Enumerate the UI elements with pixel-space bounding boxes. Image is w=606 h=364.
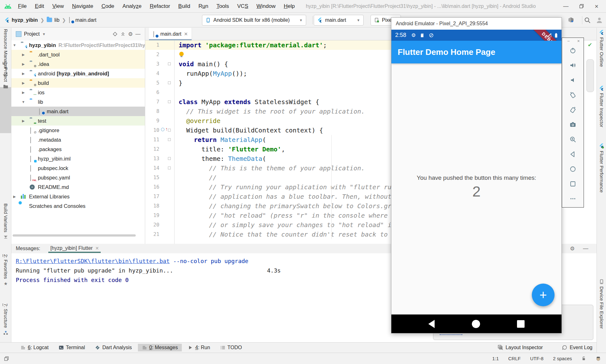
sidebar-item-device-file-explorer[interactable]: Device File Explorer [597,279,606,329]
collapse-all-icon[interactable] [120,32,126,37]
menu-help[interactable]: Help [280,2,299,11]
chevron-collapsed-icon[interactable]: ▶ [21,91,25,95]
toolwindow-tab-4-run[interactable]: 4: Run [184,344,214,351]
tree-row-pubspec-lock[interactable]: pubspec.lock [11,163,145,173]
toolwindow-tab-6-logcat[interactable]: 6: Logcat [16,344,53,351]
hide-panel-icon[interactable]: — [583,245,588,252]
gear-icon[interactable]: ⚙ [128,31,133,38]
close-button[interactable]: × [595,3,598,9]
sdk-manager-icon[interactable] [567,17,574,24]
tree-row-hyzp-yibin[interactable]: ▼hyzp_yibinR:\FlutterProject\FlutterProj… [11,40,145,50]
menu-tools[interactable]: Tools [212,2,233,11]
unlock-icon[interactable] [581,356,586,361]
emulator-volume-up-icon[interactable] [569,62,577,69]
console-link[interactable]: R:\Flutter\FlutterSDK\flutter\bin\flutte… [16,258,170,264]
hector-icon[interactable] [596,356,601,361]
sidebar-item-flutter-performance[interactable]: Flutter Performance [597,144,606,193]
menu-build[interactable]: Build [174,2,194,11]
fold-marker-icon[interactable] [168,62,171,65]
nav-overview-button[interactable] [517,320,525,328]
chevron-collapsed-icon[interactable]: ▶ [21,119,25,123]
device-selector[interactable]: Android SDK built for x86 (mobile) ▼ [202,15,306,26]
fold-marker-icon[interactable] [168,81,171,84]
status-2-spaces[interactable]: 2 spaces [553,356,572,361]
gear-icon[interactable]: ⚙ [570,245,575,252]
toolwindow-tab-0-messages[interactable]: 0: Messages [138,344,182,351]
tree-row--idea[interactable]: ▶⚙.idea [11,59,145,69]
emulator-more-icon[interactable] [569,195,577,203]
menu-analyze[interactable]: Analyze [118,2,146,11]
emulator-overview-icon[interactable] [569,180,577,188]
tree-row--gitignore[interactable]: ⊘.gitignore [11,126,145,135]
fold-marker-icon[interactable] [168,157,171,160]
chevron-expanded-icon[interactable]: ▼ [21,100,25,104]
chevron-collapsed-icon[interactable]: ▶ [13,195,16,199]
menu-view[interactable]: View [48,2,68,11]
locate-icon[interactable] [112,32,118,37]
emulator-rotate-left-icon[interactable] [569,91,577,99]
tree-row-readme-md[interactable]: ≡README.md [11,182,145,192]
inspection-ok-icon[interactable]: ✔ [588,42,592,48]
emulator-back-icon[interactable] [569,150,577,158]
emulator-minimize-icon[interactable]: − [567,38,570,44]
tree-row-build[interactable]: ▶⚙build [11,78,145,88]
tree-row--metadata[interactable]: .metadata [11,135,145,144]
tree-row-scratches-and-consoles[interactable]: Scratches and Consoles [11,201,145,211]
tree-row--dart-tool[interactable]: ▶.dart_tool [11,50,145,59]
tree-row-main-dart[interactable]: main.dart [11,107,145,116]
chevron-collapsed-icon[interactable]: ▶ [21,81,25,85]
toolwindow-toggle-icon[interactable] [4,356,9,361]
menu-window[interactable]: Window [252,2,280,11]
fold-marker-icon[interactable] [168,129,171,132]
profile-icon[interactable] [596,17,603,24]
close-tab-icon[interactable]: ✕ [95,246,99,251]
menu-navigate[interactable]: Navigate [68,2,97,11]
close-tab-icon[interactable]: ✕ [184,31,188,37]
emulator-title-bar[interactable]: Android Emulator - Pixel_2_API_29:5554 [391,18,561,30]
nav-back-button[interactable] [428,320,435,328]
status-utf-8[interactable]: UTF-8 [530,356,544,361]
tree-row-external-libraries[interactable]: ▶External Libraries [11,192,145,201]
menu-refactor[interactable]: Refactor [146,2,174,11]
editor-scrollbar-thumb[interactable] [586,59,594,92]
chevron-collapsed-icon[interactable]: ▶ [21,53,25,57]
emulator-camera-icon[interactable] [569,121,577,128]
menu-vcs[interactable]: VCS [233,2,252,11]
tree-row-android[interactable]: ▶android [hyzp_yibin_android] [11,69,145,78]
menu-edit[interactable]: Edit [31,2,48,11]
breadcrumb-file[interactable]: main.dart [75,17,97,23]
menu-code[interactable]: Code [97,2,118,11]
chevron-collapsed-icon[interactable]: ▶ [21,62,25,66]
sidebar-item-flutter-outline[interactable]: Flutter Outline [597,30,606,67]
status-crlf[interactable]: CRLF [508,356,520,361]
override-gutter-icon[interactable] [161,128,164,131]
menu-file[interactable]: File [14,2,31,11]
sidebar-item-2-favorites[interactable]: 2: Favorites★ [0,254,11,286]
status-1-1[interactable]: 1:1 [492,356,499,361]
tree-row-ios[interactable]: ▶⋯ios [11,88,145,97]
emulator-volume-down-icon[interactable] [569,76,577,84]
horizontal-scrollbar[interactable] [13,234,136,237]
fab-increment-button[interactable]: + [532,284,555,306]
toolwindow-tab-terminal[interactable]: Terminal [55,344,89,351]
menu-run[interactable]: Run [194,2,212,11]
toolwindow-tab-layout-inspector[interactable]: Layout Inspector [494,344,547,351]
toolwindow-tab-dart-analysis[interactable]: Dart Analysis [91,344,136,351]
restore-button[interactable] [579,4,584,9]
sidebar-item-flutter-inspector[interactable]: Flutter Inspector [597,86,606,127]
emulator-close-icon[interactable]: × [577,38,580,44]
messages-tab[interactable]: [hyzp_yibin] Flutter ✕ [48,245,101,252]
emulator-rotate-right-icon[interactable] [569,106,577,114]
sidebar-item-1-project[interactable]: 1: Project [0,62,11,89]
chevron-expanded-icon[interactable]: ▼ [13,43,16,47]
nav-home-button[interactable] [472,320,480,328]
project-panel-title[interactable]: Project [24,31,40,37]
run-config-selector[interactable]: main.dart ▼ [314,15,364,26]
search-icon[interactable] [584,17,591,24]
sidebar-item-build-variants[interactable]: Build Variants [0,203,11,239]
sidebar-item-7-structure[interactable]: 7: Structure [0,303,11,335]
emulator-home-icon[interactable] [569,165,577,173]
tree-row-hyzp-yibin-iml[interactable]: hyzp_yibin.iml [11,154,145,163]
editor-tab-main-dart[interactable]: main.dart ✕ [149,28,192,40]
minimize-button[interactable]: — [563,3,568,9]
